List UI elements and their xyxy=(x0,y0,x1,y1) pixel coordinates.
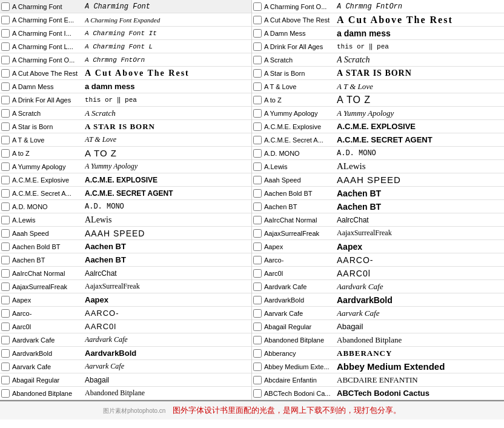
font-row: A to ZA TO Z xyxy=(252,93,504,107)
font-checkbox[interactable] xyxy=(253,229,262,238)
font-checkbox[interactable] xyxy=(1,296,10,304)
font-row: AaIrcChat NormalAalrcChat xyxy=(252,213,504,227)
font-preview-label: Aardvark Cafe xyxy=(85,335,250,344)
font-row: A Damn Messa damn mess xyxy=(252,27,504,40)
font-checkbox[interactable] xyxy=(1,162,10,171)
font-checkbox[interactable] xyxy=(1,29,10,38)
font-preview-label: A TO Z xyxy=(337,95,503,105)
font-name-label: A.C.M.E. Explosive xyxy=(12,176,85,184)
font-row: A to ZA TO Z xyxy=(0,147,251,160)
font-name-label: A.Lewis xyxy=(12,216,85,224)
font-checkbox[interactable] xyxy=(253,56,262,64)
font-checkbox[interactable] xyxy=(1,96,10,104)
font-checkbox[interactable] xyxy=(1,56,10,64)
font-checkbox[interactable] xyxy=(1,82,10,91)
font-checkbox[interactable] xyxy=(1,389,10,398)
font-checkbox[interactable] xyxy=(253,336,262,344)
font-row: A Charming Font L...A Charming Font L xyxy=(0,40,251,53)
font-preview-label: Abandoned Bitplane xyxy=(85,389,250,398)
font-checkbox[interactable] xyxy=(1,242,10,251)
font-name-label: A Damn Mess xyxy=(264,30,337,37)
font-checkbox[interactable] xyxy=(1,69,10,78)
font-checkbox[interactable] xyxy=(253,16,262,24)
font-checkbox[interactable] xyxy=(253,42,262,51)
font-preview-label: A Chrmng FntOrn xyxy=(337,2,503,11)
font-name-label: A.C.M.E. Secret A... xyxy=(264,136,337,144)
font-checkbox[interactable] xyxy=(1,109,10,118)
font-checkbox[interactable] xyxy=(253,242,262,251)
font-checkbox[interactable] xyxy=(253,2,262,11)
font-preview-label: Abagail xyxy=(337,322,503,331)
font-row: Abandoned BitplaneAbandoned Bitplane xyxy=(0,387,251,400)
font-checkbox[interactable] xyxy=(1,136,10,144)
font-checkbox[interactable] xyxy=(253,349,262,358)
font-checkbox[interactable] xyxy=(1,42,10,51)
font-checkbox[interactable] xyxy=(253,162,262,171)
font-checkbox[interactable] xyxy=(1,176,10,184)
font-checkbox[interactable] xyxy=(253,29,262,38)
font-preview-label: Aachen BT xyxy=(85,255,250,264)
font-checkbox[interactable] xyxy=(253,376,262,384)
font-checkbox[interactable] xyxy=(253,389,262,398)
font-checkbox[interactable] xyxy=(253,269,262,278)
font-checkbox[interactable] xyxy=(1,216,10,224)
font-checkbox[interactable] xyxy=(1,376,10,384)
font-checkbox[interactable] xyxy=(253,296,262,304)
font-checkbox[interactable] xyxy=(1,269,10,278)
font-name-label: Aaah Speed xyxy=(12,230,85,237)
font-checkbox[interactable] xyxy=(253,69,262,78)
font-name-label: A Drink For All Ages xyxy=(12,96,85,104)
font-checkbox[interactable] xyxy=(253,363,262,371)
font-checkbox[interactable] xyxy=(1,202,10,211)
font-name-label: Aardvark Cafe xyxy=(264,283,337,290)
font-name-label: A Charming Font O... xyxy=(264,3,337,10)
font-checkbox[interactable] xyxy=(253,189,262,198)
font-checkbox[interactable] xyxy=(253,283,262,291)
font-preview-label: A Scratch xyxy=(337,55,503,65)
font-checkbox[interactable] xyxy=(1,16,10,24)
font-preview-label: AalrcChat xyxy=(85,269,250,278)
font-checkbox[interactable] xyxy=(1,2,10,11)
font-checkbox[interactable] xyxy=(253,149,262,158)
font-checkbox[interactable] xyxy=(1,189,10,198)
font-checkbox[interactable] xyxy=(253,176,262,184)
font-preview-label: A.D. MONO xyxy=(85,202,250,211)
font-checkbox[interactable] xyxy=(253,309,262,318)
font-preview-label: A Scratch xyxy=(85,109,250,118)
font-checkbox[interactable] xyxy=(1,349,10,358)
font-checkbox[interactable] xyxy=(253,96,262,104)
font-checkbox[interactable] xyxy=(1,122,10,131)
font-row: A ScratchA Scratch xyxy=(0,107,251,120)
font-checkbox[interactable] xyxy=(253,323,262,331)
font-preview-label: A.D. MONO xyxy=(337,149,503,158)
font-checkbox[interactable] xyxy=(253,216,262,224)
font-preview-label: A Yummy Apology xyxy=(85,162,250,171)
font-checkbox[interactable] xyxy=(1,309,10,318)
font-checkbox[interactable] xyxy=(1,283,10,291)
font-row: A Yummy ApologyA Yummy Apology xyxy=(0,160,251,173)
font-row: A Charming Font O...A Chrmng FntOrn xyxy=(0,53,251,67)
font-checkbox[interactable] xyxy=(253,202,262,211)
font-row: A T & LoveA T & Love xyxy=(252,80,504,93)
font-checkbox[interactable] xyxy=(253,82,262,91)
font-preview-label: A STAR IS BORN xyxy=(337,69,503,78)
font-checkbox[interactable] xyxy=(1,336,10,344)
font-checkbox[interactable] xyxy=(253,256,262,264)
font-name-label: A Drink For All Ages xyxy=(264,43,337,50)
font-checkbox[interactable] xyxy=(253,136,262,144)
font-row: A Drink For All Agesthis or ‖ pea xyxy=(0,93,251,107)
font-checkbox[interactable] xyxy=(1,256,10,264)
font-row: Aachen Bold BTAachen BT xyxy=(0,240,251,253)
font-checkbox[interactable] xyxy=(253,109,262,118)
font-preview-label: ALewis xyxy=(337,161,503,172)
font-row: A T & LoveAT & Love xyxy=(0,133,251,147)
font-name-label: A.C.M.E. Explosive xyxy=(264,123,337,130)
font-checkbox[interactable] xyxy=(1,229,10,238)
font-checkbox[interactable] xyxy=(1,149,10,158)
main-container: A Charming FontA Charming FontA Charming… xyxy=(0,0,504,420)
font-checkbox[interactable] xyxy=(253,122,262,131)
font-checkbox[interactable] xyxy=(1,363,10,371)
font-preview-label: A Chrmng FntOrn xyxy=(85,56,250,64)
font-name-label: Aarvark Cafe xyxy=(12,363,85,370)
font-checkbox[interactable] xyxy=(1,323,10,331)
